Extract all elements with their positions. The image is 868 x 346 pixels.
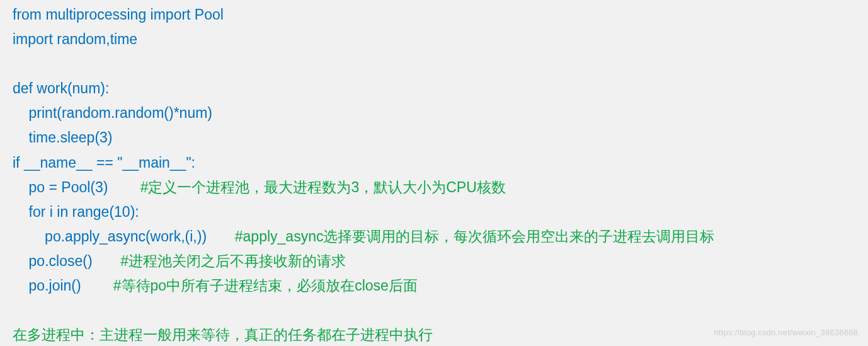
code-line-if-main: if __name__ == "__main__": [13,151,855,175]
comment-text: #定义一个进程池，最大进程数为3，默认大小为CPU核数 [140,179,506,195]
code-text: po.join() [13,277,113,294]
code-line-import-pool: from multiprocessing import Pool [13,3,855,27]
code-line-for: for i in range(10): [13,200,855,224]
comment-text: #等待po中所有子进程结束，必须放在close后面 [113,277,418,294]
code-text: po = Pool(3) [13,179,140,195]
blank-line [13,52,855,76]
comment-text: #apply_async选择要调用的目标，每次循环会用空出来的子进程去调用目标 [235,228,715,245]
code-text: po.apply_async(work,(i,)) [13,228,235,245]
code-block: from multiprocessing import Pool import … [13,3,855,346]
code-line-join: po.join() #等待po中所有子进程结束，必须放在close后面 [13,274,855,298]
code-line-apply-async: po.apply_async(work,(i,)) #apply_async选择… [13,224,855,249]
code-text: po.close() [13,253,120,269]
watermark-text: https://blog.csdn.net/weixin_38636668 [714,326,858,340]
code-line-pool: po = Pool(3) #定义一个进程池，最大进程数为3，默认大小为CPU核数 [13,175,855,200]
comment-text: #进程池关闭之后不再接收新的请求 [120,253,346,269]
code-line-sleep: time.sleep(3) [13,125,855,150]
code-line-import-random-time: import random,time [13,27,855,52]
blank-line [13,298,855,323]
code-line-close: po.close() #进程池关闭之后不再接收新的请求 [13,249,855,274]
code-line-def-work: def work(num): [13,76,855,101]
code-line-print: print(random.random()*num) [13,101,855,125]
